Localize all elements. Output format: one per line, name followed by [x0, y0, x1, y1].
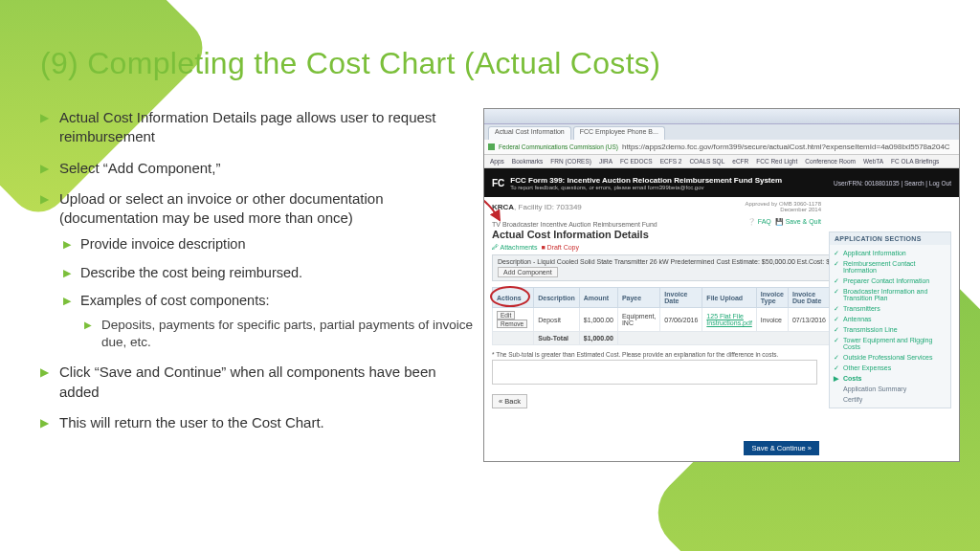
- fcc-subtitle: To report feedback, questions, or errors…: [510, 185, 782, 190]
- approval-stamp: Approved by OMB 3060-1178December 2014: [746, 201, 821, 212]
- browser-tab[interactable]: Actual Cost Information: [488, 126, 571, 140]
- fcc-title: FCC Form 399: Incentive Auction Relocati…: [510, 176, 782, 185]
- bookmark-item[interactable]: FC OLA Briefings: [891, 158, 939, 165]
- explanation-note: * The Sub-total is greater than Estimate…: [492, 351, 817, 358]
- bullet-l2: Provide invoice description: [59, 235, 476, 254]
- bookmark-item[interactable]: FC EDOCS: [620, 158, 653, 165]
- fcc-header: FC FCC Form 399: Incentive Auction Reloc…: [484, 168, 959, 197]
- bullet-l1: Actual Cost Information Details page all…: [40, 108, 476, 147]
- bullet-l1: This will return the user to the Cost Ch…: [40, 413, 476, 432]
- sidebar-item[interactable]: Applicant Information: [830, 248, 950, 258]
- sidebar-item[interactable]: Reimbursement Contact Information: [830, 258, 950, 276]
- save-continue-button[interactable]: Save & Continue »: [744, 441, 819, 455]
- table-row: EditRemove Deposit $1,000.00 Equipment, …: [493, 308, 831, 332]
- sidebar-item[interactable]: Preparer Contact Information: [830, 276, 950, 286]
- lock-icon: [488, 143, 495, 150]
- bullet-text: Upload or select an invoice or other doc…: [59, 190, 384, 226]
- edit-button[interactable]: Edit: [497, 311, 515, 320]
- bullet-l2: Examples of cost components: Deposits, p…: [59, 292, 476, 351]
- sidebar-item[interactable]: Tower Equipment and Rigging Costs: [830, 335, 950, 352]
- col-amount: Amount: [579, 288, 617, 308]
- embedded-screenshot: Actual Cost Information FCC Employee Pho…: [483, 108, 960, 462]
- bullet-l1: Select “Add Component,”: [40, 159, 476, 178]
- col-invoice-date: Invoice Date: [660, 288, 702, 308]
- url-path: https://apps2demo.fcc.gov/form399/secure…: [622, 143, 950, 151]
- sidebar-item[interactable]: Certify: [830, 394, 950, 405]
- add-component-button[interactable]: Add Component: [498, 267, 558, 277]
- bullet-text: Examples of cost components:: [80, 293, 269, 308]
- bookmark-item[interactable]: COALS SQL: [689, 158, 724, 165]
- sidebar-item[interactable]: Transmission Line: [830, 324, 950, 335]
- explanation-textarea[interactable]: [492, 360, 817, 385]
- col-file-upload: File Upload: [702, 288, 756, 308]
- bookmark-item[interactable]: FRN (CORES): [550, 158, 591, 165]
- file-link[interactable]: 125 Flat File Instructions.pdf: [706, 313, 751, 326]
- sidebar-item-current[interactable]: Costs: [830, 373, 950, 384]
- subtotal-row: Sub-Total$1,000.00: [493, 332, 831, 345]
- sidebar-item[interactable]: Transmitters: [830, 303, 950, 314]
- header-links[interactable]: ❔ FAQ 💾 Save & Quit: [747, 218, 821, 226]
- window-chrome: [484, 109, 959, 124]
- application-sections-panel: APPLICATION SECTIONS Applicant Informati…: [829, 231, 951, 408]
- bookmark-item[interactable]: Apps: [490, 158, 504, 165]
- bookmark-item[interactable]: eCFR: [732, 158, 748, 165]
- bookmark-item[interactable]: Conference Room: [805, 158, 856, 165]
- col-actions: Actions: [493, 288, 534, 308]
- col-invoice-due: Invoice Due Date: [788, 288, 830, 308]
- browser-tabs: Actual Cost Information FCC Employee Pho…: [484, 124, 959, 140]
- col-invoice-type: Invoice Type: [756, 288, 788, 308]
- fcc-logo-icon: FC: [492, 178, 504, 188]
- address-bar[interactable]: Federal Communications Commission (US) h…: [484, 140, 959, 155]
- cost-table: Actions Description Amount Payee Invoice…: [492, 287, 831, 345]
- sidebar-item[interactable]: Outside Professional Services: [830, 352, 950, 363]
- bullet-l1: Upload or select an invoice or other doc…: [40, 189, 476, 352]
- browser-tab[interactable]: FCC Employee Phone B...: [573, 126, 665, 140]
- slide-bullets: Actual Cost Information Details page all…: [40, 108, 476, 462]
- bullet-l3: Deposits, payments for specific parts, p…: [80, 317, 476, 351]
- fcc-user-links[interactable]: User/FRN: 0018801035 | Search | Log Out: [834, 180, 951, 187]
- entity-name: KRCA, Facility ID: 703349: [492, 203, 951, 211]
- url-host: Federal Communications Commission (US): [499, 143, 618, 150]
- bookmark-item[interactable]: ECFS 2: [660, 158, 682, 165]
- back-button[interactable]: « Back: [492, 394, 527, 408]
- sidebar-item[interactable]: Broadcaster Information and Transition P…: [830, 286, 950, 303]
- bookmark-item[interactable]: JIRA: [599, 158, 612, 165]
- bullet-l2: Describe the cost being reimbursed.: [59, 264, 476, 283]
- bookmarks-bar: Apps Bookmarks FRN (CORES) JIRA FC EDOCS…: [484, 155, 959, 168]
- bookmark-item[interactable]: Bookmarks: [512, 158, 544, 165]
- col-description: Description: [534, 288, 580, 308]
- bullet-l1: Click “Save and Continue” when all compo…: [40, 363, 476, 402]
- sidebar-item[interactable]: Antennas: [830, 314, 950, 324]
- col-payee: Payee: [617, 288, 659, 308]
- breadcrumb: TV Broadcaster Incentive Auction Reimbur…: [492, 221, 951, 228]
- bookmark-item[interactable]: WebTA: [863, 158, 883, 165]
- bookmark-item[interactable]: FCC Red Light: [756, 158, 797, 165]
- panel-header: APPLICATION SECTIONS: [830, 232, 950, 245]
- sidebar-item[interactable]: Application Summary: [830, 384, 950, 394]
- sidebar-item[interactable]: Other Expenses: [830, 363, 950, 373]
- slide-title: (9) Completing the Cost Chart (Actual Co…: [0, 0, 980, 81]
- remove-button[interactable]: Remove: [497, 320, 527, 328]
